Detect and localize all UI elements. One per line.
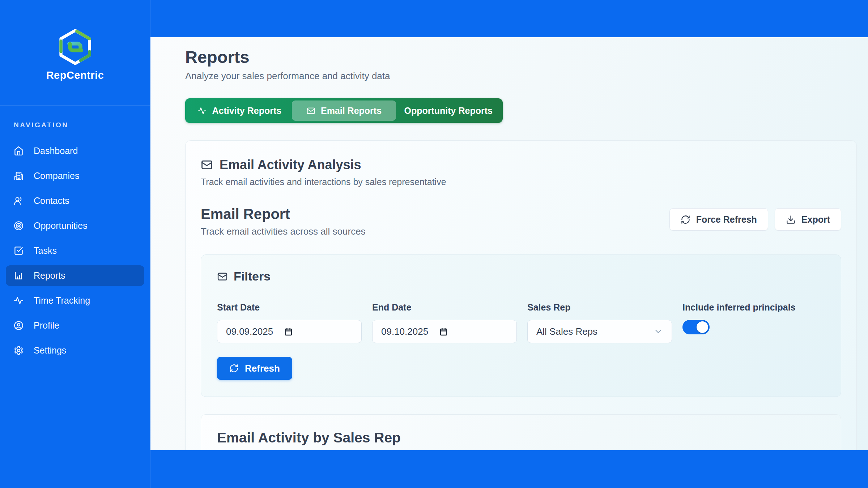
report-tabs: Activity Reports Email Reports Opportuni… bbox=[185, 98, 503, 123]
include-inferred-field: Include inferred principals bbox=[682, 302, 825, 343]
tab-activity-reports[interactable]: Activity Reports bbox=[187, 100, 292, 121]
target-icon bbox=[14, 221, 24, 231]
sidebar: RepCentric NAVIGATION Dashboard Companie… bbox=[0, 0, 150, 488]
end-date-field: End Date 09.10.2025 bbox=[372, 302, 517, 343]
email-report-title: Email Report bbox=[201, 206, 366, 222]
filters-panel: Filters Start Date 09.09.2025 End Date 0… bbox=[201, 254, 841, 397]
chevron-down-icon bbox=[654, 327, 663, 336]
sidebar-item-dashboard[interactable]: Dashboard bbox=[6, 141, 144, 161]
app-logo[interactable]: RepCentric bbox=[0, 0, 150, 106]
end-date-input[interactable]: 09.10.2025 bbox=[372, 320, 517, 343]
include-inferred-toggle[interactable] bbox=[682, 320, 710, 334]
app-name: RepCentric bbox=[46, 69, 104, 81]
calendar-icon[interactable] bbox=[439, 327, 448, 336]
sidebar-item-reports[interactable]: Reports bbox=[6, 265, 144, 286]
mail-icon bbox=[201, 159, 213, 171]
building-icon bbox=[14, 171, 24, 181]
sidebar-item-label: Tasks bbox=[34, 245, 57, 256]
repcentric-logo-icon bbox=[56, 28, 94, 66]
sidebar-item-label: Profile bbox=[34, 320, 59, 331]
sidebar-item-settings[interactable]: Settings bbox=[6, 340, 144, 361]
tab-email-reports[interactable]: Email Reports bbox=[292, 100, 396, 121]
force-refresh-button[interactable]: Force Refresh bbox=[669, 208, 768, 231]
start-date-value: 09.09.2025 bbox=[226, 326, 273, 337]
sidebar-item-label: Time Tracking bbox=[34, 295, 90, 306]
gear-icon bbox=[14, 346, 24, 355]
sidebar-item-label: Reports bbox=[34, 270, 65, 281]
sidebar-nav: NAVIGATION Dashboard Companies Contacts … bbox=[0, 121, 150, 361]
bar-chart-icon bbox=[14, 271, 24, 281]
end-date-value: 09.10.2025 bbox=[381, 326, 428, 337]
sales-rep-value: All Sales Reps bbox=[536, 326, 597, 337]
users-icon bbox=[14, 196, 24, 206]
page-subtitle: Analyze your sales performance and activ… bbox=[185, 70, 857, 82]
page-title: Reports bbox=[185, 47, 857, 67]
export-label: Export bbox=[801, 214, 830, 225]
sidebar-item-time-tracking[interactable]: Time Tracking bbox=[6, 290, 144, 311]
email-analysis-subtitle: Track email activities and interactions … bbox=[201, 177, 841, 187]
email-analysis-card: Email Activity Analysis Track email acti… bbox=[185, 140, 857, 450]
refresh-icon bbox=[681, 215, 690, 224]
sidebar-item-opportunities[interactable]: Opportunities bbox=[6, 215, 144, 236]
mail-icon bbox=[217, 271, 228, 282]
tab-label: Email Reports bbox=[321, 106, 382, 116]
force-refresh-label: Force Refresh bbox=[696, 214, 757, 225]
filters-title: Filters bbox=[234, 269, 271, 283]
tab-label: Opportunity Reports bbox=[404, 106, 492, 116]
mail-icon bbox=[306, 106, 315, 115]
toggle-knob bbox=[697, 321, 708, 333]
sidebar-item-companies[interactable]: Companies bbox=[6, 166, 144, 186]
sidebar-item-contacts[interactable]: Contacts bbox=[6, 191, 144, 211]
download-icon bbox=[786, 215, 796, 224]
tab-label: Activity Reports bbox=[212, 106, 281, 116]
refresh-icon bbox=[229, 364, 239, 373]
refresh-button[interactable]: Refresh bbox=[217, 357, 292, 380]
sales-rep-field: Sales Rep All Sales Reps bbox=[527, 302, 672, 343]
sidebar-item-label: Companies bbox=[34, 171, 79, 181]
home-icon bbox=[14, 146, 24, 156]
export-button[interactable]: Export bbox=[775, 208, 841, 231]
nav-section-label: NAVIGATION bbox=[14, 121, 144, 129]
activity-by-rep-title: Email Activity by Sales Rep bbox=[217, 430, 825, 446]
email-report-subtitle: Track email activities across all source… bbox=[201, 226, 366, 237]
sidebar-item-tasks[interactable]: Tasks bbox=[6, 240, 144, 261]
sidebar-item-label: Dashboard bbox=[34, 146, 78, 156]
sidebar-item-label: Contacts bbox=[34, 196, 69, 206]
start-date-input[interactable]: 09.09.2025 bbox=[217, 320, 362, 343]
activity-icon bbox=[197, 106, 207, 115]
check-square-icon bbox=[14, 246, 24, 256]
calendar-icon[interactable] bbox=[284, 327, 293, 336]
tab-opportunity-reports[interactable]: Opportunity Reports bbox=[396, 100, 501, 121]
sales-rep-select[interactable]: All Sales Reps bbox=[527, 320, 672, 343]
refresh-label: Refresh bbox=[245, 363, 280, 374]
sidebar-item-profile[interactable]: Profile bbox=[6, 315, 144, 336]
end-date-label: End Date bbox=[372, 302, 517, 313]
sidebar-item-label: Settings bbox=[34, 345, 66, 356]
start-date-label: Start Date bbox=[217, 302, 362, 313]
sidebar-item-label: Opportunities bbox=[34, 221, 88, 231]
start-date-field: Start Date 09.09.2025 bbox=[217, 302, 362, 343]
activity-by-rep-card: Email Activity by Sales Rep Summary of e… bbox=[201, 414, 841, 450]
activity-icon bbox=[14, 296, 24, 305]
email-analysis-title: Email Activity Analysis bbox=[220, 157, 361, 172]
main-content: Reports Analyze your sales performance a… bbox=[150, 37, 868, 450]
include-inferred-label: Include inferred principals bbox=[682, 302, 825, 313]
user-circle-icon bbox=[14, 321, 24, 330]
sales-rep-label: Sales Rep bbox=[527, 302, 672, 313]
